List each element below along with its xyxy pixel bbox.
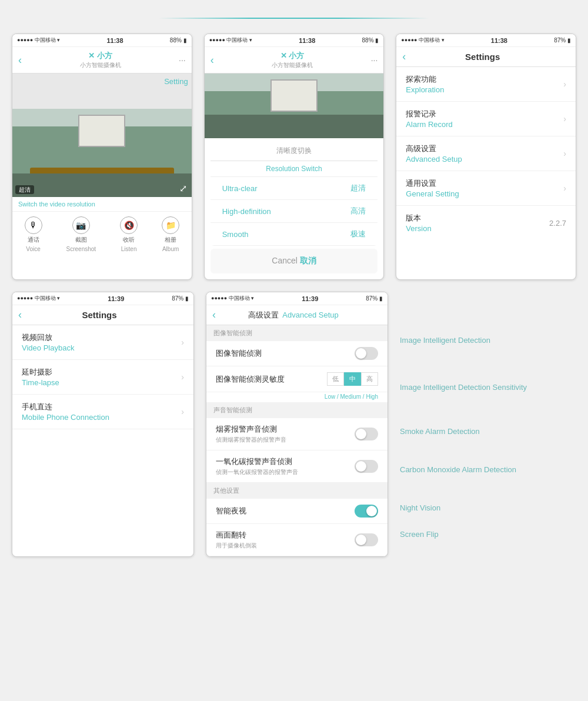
setting-link[interactable]: Setting [164,77,188,86]
flip-row-inner: 画面翻转 用于摄像机倒装 [216,530,378,550]
night-vision-label: 智能夜视 [216,506,246,516]
resolution-item-smooth[interactable]: Smooth 极速 [211,223,378,246]
ultraclear-cn: 超清 [350,183,366,193]
carbon-row-inner: 一氧化碳报警声音侦测 侦测一氧化碳报警器的报警声音 [216,456,378,476]
sensitivity-low[interactable]: 低 [327,372,344,386]
signal-3: ●●●●● 中国移动 ▾ [401,36,444,44]
sensitivity-medium[interactable]: 中 [344,372,361,386]
cancel-button[interactable]: Cancel 取消 [211,249,378,273]
advanced-settings-list: 视频回放 Video Playback › 延时摄影 Time-lapse › … [12,325,193,429]
exploration-cn: 探索功能 [406,74,444,85]
version-number: 2.2.7 [549,219,566,228]
general-labels: 通用设置 General Setting [406,178,459,198]
resolution-popup-header: 清晰度切换 [211,141,378,161]
nav-bar-1: ‹ ✕ 小方 小方智能摄像机 ··· [12,47,192,74]
smooth-cn: 极速 [350,229,366,239]
playback-cn: 视频回放 [22,332,74,343]
settings-item-exploration[interactable]: 探索功能 Exploration › [396,67,576,102]
signal-1: ●●●●● 中国移动 ▾ [17,36,60,44]
row-2: ●●●●● 中国移动 ▾ 11:39 87% ▮ ‹ Settings 视频回放… [12,292,576,557]
annotation-panel: Image Intelligent Detection Image Intell… [400,292,576,557]
expand-icon[interactable]: ⤢ [179,183,187,194]
quality-badge: 超清 [15,183,34,194]
night-vision-toggle[interactable] [355,505,378,518]
status-bar-2: ●●●●● 中国移动 ▾ 11:38 88% ▮ [205,34,384,47]
flip-cn-label: 画面翻转 [216,530,257,540]
time-4: 11:39 [108,295,124,302]
voice-en-label: Voice [26,246,40,252]
back-button-5[interactable]: ‹ [212,309,216,321]
nav-bar-3: ‹ Settings [396,47,576,67]
toolbar-listen[interactable]: 🔇 收听 Listen [120,216,138,252]
section-other: 其他设置 [206,483,387,499]
section-image-detection: 图像智能侦测 [206,325,387,341]
sensitivity-high[interactable]: 高 [361,372,378,386]
album-en-label: Album [162,246,179,252]
annotation-smoke: Smoke Alarm Detection [400,421,576,459]
smoke-toggle[interactable] [355,428,378,440]
alarm-chevron: › [563,114,566,123]
annotation-carbon: Carbon Monoxide Alarm Detection [400,459,576,498]
more-button-2[interactable]: ··· [371,55,378,65]
settings-item-general[interactable]: 通用设置 General Setting › [396,171,576,206]
room-floor-2 [205,115,384,138]
signal-5: ●●●●● 中国移动 ▾ [211,295,254,302]
app-subtitle-2: 小方智能摄像机 [214,61,371,69]
smoke-labels: 烟雾报警声音侦测 侦测烟雾报警器的报警声音 [216,424,286,444]
playback-chevron: › [181,338,184,347]
version-row: 版本 Version 2.2.7 [396,206,576,240]
annotation-sensitivity: Image Intelligent Detection Sensitivity [400,377,576,421]
camera-image-2 [205,74,384,138]
album-icon: 📁 [162,216,179,234]
time-2: 11:38 [299,37,315,44]
timelapse-en: Time-lapse [22,378,59,387]
listen-en-label: Listen [121,246,137,252]
time-3: 11:38 [491,37,507,44]
advanced-en: Advanced Setup [406,155,462,163]
advanced-cn: 高级设置 [406,143,462,154]
more-button-1[interactable]: ··· [179,55,186,65]
playback-labels: 视频回放 Video Playback [22,332,74,352]
signal-4: ●●●●● 中国移动 ▾ [17,295,60,302]
listen-cn-label: 收听 [123,236,135,244]
alarm-en: Alarm Record [406,120,452,129]
back-button-4[interactable]: ‹ [18,309,22,321]
exploration-en: Exploration [406,85,444,94]
hd-cn: 高清 [350,206,366,216]
back-button-3[interactable]: ‹ [402,51,406,63]
mobile-cn: 手机直连 [22,402,109,412]
section-sound-detection: 声音智能侦测 [206,402,387,418]
resolution-popup-container: 清晰度切换 Resolution Switch Ultra-clear 超清 H… [205,141,384,279]
screen-flip-toggle[interactable] [355,533,378,546]
playback-en: Video Playback [22,343,74,352]
carbon-toggle[interactable] [355,460,378,473]
phone-advanced-detail: ●●●●● 中国移动 ▾ 11:39 87% ▮ ‹ 高级设置 Advanced… [206,292,388,557]
version-cn: 版本 [406,213,431,223]
resolution-item-hd[interactable]: High-definition 高清 [211,200,378,223]
row-1: ●●●●● 中国移动 ▾ 11:38 88% ▮ ‹ ✕ 小方 小方智能摄像机 … [12,34,576,280]
nav-title-1: ✕ 小方 小方智能摄像机 [22,51,179,69]
toolbar-album[interactable]: 📁 相册 Album [162,216,179,252]
advanced-nav-title: 高级设置 Advanced Setup [248,310,338,321]
app-name-1: ✕ 小方 [22,51,179,61]
room-screen-2 [270,79,318,112]
timelapse-labels: 延时摄影 Time-lapse [22,367,59,387]
carbon-cn-label: 一氧化碳报警声音侦测 [216,456,298,467]
settings-item-playback[interactable]: 视频回放 Video Playback › [12,325,193,360]
caption-text: Switch the video resolution [12,197,192,211]
settings-item-timelapse[interactable]: 延时摄影 Time-lapse › [12,360,193,395]
smoke-sub-label: 侦测烟雾报警器的报警声音 [216,436,286,444]
resolution-item-ultraclear[interactable]: Ultra-clear 超清 [211,177,378,200]
toolbar-screenshot[interactable]: 📷 截图 Screenshot [66,216,96,252]
status-left-1: ●●●●● 中国移动 ▾ [17,36,60,44]
settings-item-advanced[interactable]: 高级设置 Advanced Setup › [396,136,576,171]
smoke-row-inner: 烟雾报警声音侦测 侦测烟雾报警器的报警声音 [216,424,378,444]
settings-item-alarm[interactable]: 报警记录 Alarm Record › [396,102,576,136]
smoke-detection-row: 烟雾报警声音侦测 侦测烟雾报警器的报警声音 [206,418,387,450]
alarm-labels: 报警记录 Alarm Record [406,109,452,129]
phone-advanced-list: ●●●●● 中国移动 ▾ 11:39 87% ▮ ‹ Settings 视频回放… [12,292,194,557]
image-detection-toggle[interactable] [355,347,378,360]
carbon-sub-label: 侦测一氧化碳报警器的报警声音 [216,468,298,476]
settings-item-mobile[interactable]: 手机直连 Mobile Phone Connection › [12,395,193,429]
toolbar-voice[interactable]: 🎙 通话 Voice [25,216,42,252]
